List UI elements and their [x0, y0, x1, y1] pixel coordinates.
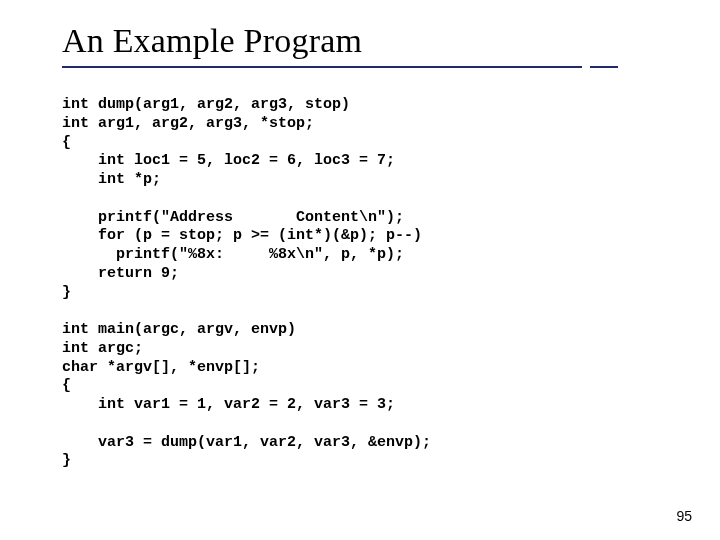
underline-short [590, 66, 618, 68]
slide: An Example Program int dump(arg1, arg2, … [0, 0, 720, 540]
page-title: An Example Program [62, 22, 720, 60]
title-underline [62, 64, 637, 74]
page-number: 95 [676, 508, 692, 524]
code-block: int dump(arg1, arg2, arg3, stop) int arg… [62, 96, 720, 471]
underline-long [62, 66, 582, 68]
